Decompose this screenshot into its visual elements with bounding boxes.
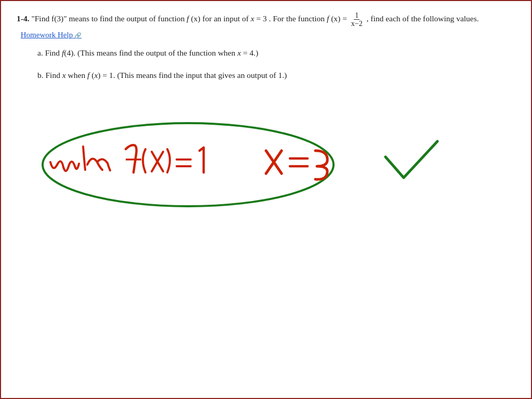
- sub-a-label: a.: [37, 48, 43, 57]
- sub-a-text1: Find f(4). (This means find the output o…: [45, 48, 237, 57]
- f-of-x-1b: (x): [189, 14, 201, 23]
- checkmark: [385, 141, 437, 178]
- intro-text-2: for an input of: [203, 14, 251, 23]
- sub-a-x: x: [237, 48, 241, 57]
- problem-intro: 1-4. "Find f(3)" means to find the outpu…: [17, 11, 515, 42]
- sub-items: a. Find f(4). (This means find the outpu…: [37, 47, 515, 82]
- drawing-area: [17, 110, 443, 214]
- handwriting-svg: [17, 110, 443, 214]
- sub-item-b: b. Find x when f (x) = 1. (This means fi…: [37, 69, 515, 82]
- sub-a-text2: = 4.): [241, 48, 258, 57]
- intro-text-3: . For the function: [269, 14, 327, 23]
- page-container: 1-4. "Find f(3)" means to find the outpu…: [0, 0, 532, 399]
- eq-3: = 3: [254, 14, 267, 23]
- homework-help-link[interactable]: Homework Help: [21, 31, 82, 39]
- intro-text-5: , find each of the following values.: [367, 14, 479, 23]
- problem-number: 1-4.: [17, 14, 30, 23]
- f-of-x-2b: (x) =: [329, 14, 349, 23]
- sub-b-label: b.: [37, 71, 44, 79]
- fraction-denominator: x−2: [350, 20, 364, 28]
- fraction-numerator: 1: [354, 11, 360, 20]
- intro-text-1: "Find f(3)" means to find the output of …: [31, 14, 187, 23]
- sub-item-a: a. Find f(4). (This means find the outpu…: [37, 47, 515, 60]
- fraction: 1x−2: [350, 11, 364, 28]
- sub-b-text1: Find x when f (x) = 1. (This means find …: [46, 71, 287, 79]
